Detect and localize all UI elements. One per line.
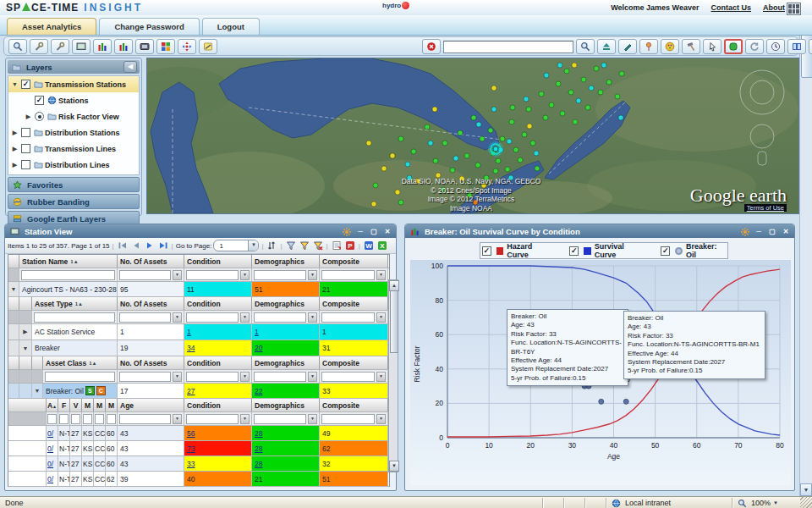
filter-input[interactable] — [71, 414, 80, 424]
export-csv-icon[interactable] — [331, 240, 343, 251]
legend-checkbox[interactable]: ✓ — [482, 246, 491, 256]
record-icon[interactable] — [724, 39, 743, 54]
filter-cell[interactable]: ▼ — [184, 370, 252, 383]
chart-titlebar[interactable]: Breaker: Oil Survival Curve by Condition… — [405, 224, 794, 238]
table-row[interactable]: Station Name1▲No. Of AssetsConditionDemo… — [8, 255, 389, 268]
checkbox-checked[interactable]: ✓ — [21, 80, 30, 89]
demographics-cell[interactable]: 1 — [252, 324, 320, 340]
filter-cell[interactable] — [47, 412, 58, 425]
split-window-icon[interactable] — [809, 39, 812, 54]
station-dot[interactable] — [527, 124, 532, 129]
tab-logout[interactable]: Logout — [202, 18, 260, 35]
filter-cell[interactable] — [32, 311, 118, 323]
filter-input[interactable] — [321, 270, 375, 280]
filter-cell[interactable]: ▼ — [252, 311, 320, 323]
terms-of-use-link[interactable]: Terms of Use — [744, 204, 787, 212]
table-row[interactable]: 0/N-T27KSCC6043732862 — [8, 441, 389, 456]
collapse-sidebar-icon[interactable]: ◀ — [123, 61, 137, 73]
column-header-asset-class[interactable]: Asset Class1▲ — [43, 356, 118, 369]
station-dot[interactable] — [556, 81, 561, 86]
station-dot[interactable] — [425, 124, 430, 130]
refresh-icon[interactable] — [745, 39, 764, 54]
station-dot[interactable] — [407, 175, 412, 180]
filter-dropdown-icon[interactable]: ▼ — [173, 372, 182, 382]
filter-cell[interactable]: ▼ — [118, 311, 184, 323]
table-row[interactable]: Asset Class1▲No. Of AssetsConditionDemog… — [8, 356, 389, 370]
column-header-f[interactable]: F — [58, 399, 70, 411]
filter-input[interactable] — [321, 312, 375, 323]
page-select-dropdown-icon[interactable]: ▼ — [248, 240, 258, 251]
station-dot[interactable] — [484, 175, 489, 180]
filter-input[interactable] — [254, 372, 306, 382]
station-dot[interactable] — [442, 141, 447, 146]
grid-scroll-down-icon[interactable]: ▼ — [389, 461, 399, 472]
station-dot[interactable] — [471, 115, 476, 120]
station-dot[interactable] — [496, 158, 501, 163]
filter-cell[interactable] — [70, 412, 82, 425]
station-dot[interactable] — [524, 97, 529, 102]
expand-icon[interactable]: ▶ — [10, 162, 19, 168]
station-view-titlebar[interactable]: Station View ─ ▢ ✕ — [5, 224, 396, 238]
station-dot[interactable] — [594, 66, 599, 71]
grid-menu-icon[interactable] — [787, 3, 801, 15]
orbit-tool-icon[interactable] — [51, 39, 69, 54]
station-dot[interactable] — [564, 69, 569, 74]
filter-dropdown-icon[interactable]: ▼ — [376, 372, 386, 382]
station-dot[interactable] — [518, 157, 523, 163]
station-dot[interactable] — [488, 128, 493, 133]
filter-cell[interactable]: ▼ — [118, 268, 184, 281]
expand-icon[interactable]: ▶ — [24, 113, 33, 120]
page-select[interactable]: 1 ▼ — [213, 240, 259, 251]
chart-settings-icon[interactable] — [740, 227, 750, 236]
station-dot[interactable] — [549, 102, 554, 108]
station-dot[interactable] — [507, 139, 512, 144]
table-row[interactable]: Asset Type1▲No. Of AssetsConditionDemogr… — [8, 297, 389, 311]
column-header[interactable]: Composite — [320, 399, 388, 411]
demographics-cell[interactable]: 22 — [252, 384, 320, 398]
column-header-m[interactable]: M — [82, 399, 94, 411]
filter-cell[interactable] — [94, 412, 106, 425]
bar-chart-icon[interactable] — [93, 39, 112, 54]
grid-scroll-thumb[interactable] — [390, 290, 398, 353]
station-dot[interactable] — [480, 136, 485, 141]
filter-dropdown-icon[interactable]: ▼ — [240, 414, 250, 424]
build-tool-icon[interactable] — [682, 39, 700, 54]
station-dot[interactable] — [509, 119, 514, 124]
station-dot[interactable] — [371, 202, 376, 207]
filter-cell[interactable]: ▼ — [320, 268, 388, 281]
panel-maximize-icon[interactable]: ▢ — [369, 227, 379, 236]
station-dot[interactable] — [366, 141, 371, 146]
collapse-row-icon[interactable]: ▼ — [32, 388, 42, 394]
zoom-icon[interactable] — [8, 39, 27, 54]
filter-icon[interactable] — [285, 240, 297, 251]
station-dot[interactable] — [543, 115, 548, 120]
station-dot[interactable] — [441, 187, 446, 192]
filter-cell[interactable]: ▼ — [252, 268, 320, 281]
filter-input[interactable] — [45, 372, 115, 382]
column-header[interactable]: Condition — [184, 356, 252, 369]
filter-input[interactable] — [59, 414, 69, 424]
station-dot[interactable] — [381, 166, 387, 171]
station-dot[interactable] — [458, 130, 463, 135]
panel-settings-icon[interactable] — [342, 227, 352, 236]
column-header[interactable]: Demographics — [252, 356, 320, 369]
condition-cell[interactable]: 27 — [184, 384, 252, 398]
column-header[interactable]: Demographics — [252, 399, 320, 411]
column-header[interactable]: No. Of Assets — [118, 356, 184, 369]
chart-close-icon[interactable]: ✕ — [781, 227, 791, 236]
filter-cell[interactable]: ▼ — [184, 268, 252, 281]
station-dot[interactable] — [500, 136, 505, 141]
column-header-a[interactable]: A▲ — [47, 399, 58, 411]
filter-cell[interactable]: ▼ — [118, 412, 184, 425]
filter-dropdown-icon[interactable]: ▼ — [240, 270, 250, 280]
station-dot[interactable] — [476, 122, 481, 127]
station-dot[interactable] — [544, 73, 549, 78]
legend-checkbox[interactable]: ✓ — [661, 246, 670, 256]
station-dot[interactable] — [428, 141, 433, 146]
radio-selected[interactable] — [35, 112, 44, 121]
filter-cell[interactable]: ▼ — [184, 412, 252, 425]
checkbox-checked[interactable]: ✓ — [35, 96, 44, 105]
table-row[interactable]: ▼Breaker19342031 — [8, 340, 389, 356]
station-dot[interactable] — [491, 86, 497, 91]
expand-icon[interactable]: ▶ — [10, 146, 19, 152]
